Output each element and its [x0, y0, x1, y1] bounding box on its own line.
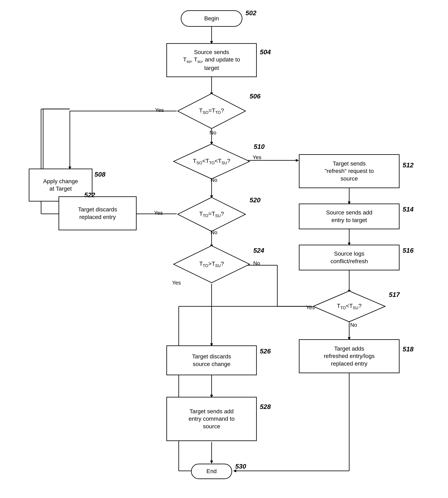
node-526-label: Target discardssource change — [192, 353, 231, 368]
label-524-yes: Yes — [172, 280, 181, 286]
flowchart-container: Begin 502 Source sendsTso, Tsu, and upda… — [0, 0, 448, 498]
id-508: 508 — [95, 171, 105, 178]
label-520-yes: Yes — [154, 210, 163, 216]
id-522: 522 — [84, 191, 95, 199]
svg-marker-10 — [296, 159, 299, 162]
end-node: End — [191, 464, 232, 479]
svg-marker-40 — [210, 461, 213, 464]
node-520: TTO=TSU? — [177, 196, 246, 232]
id-520: 520 — [250, 196, 260, 204]
node-514: Source sends addentry to target — [299, 204, 400, 229]
id-514: 514 — [403, 206, 414, 213]
id-530: 530 — [235, 463, 246, 470]
end-label: End — [207, 468, 217, 475]
label-517-no: No — [350, 322, 357, 328]
node-504-label: Source sendsTso, Tsu, and update totarge… — [183, 49, 240, 72]
node-508-label: Apply changeat Target — [43, 178, 78, 193]
node-516: Source logsconflict/refresh — [299, 245, 400, 270]
id-518: 518 — [403, 345, 414, 353]
id-516: 516 — [403, 247, 414, 254]
id-524: 524 — [253, 247, 264, 254]
node-526: Target discardssource change — [166, 345, 257, 375]
id-526: 526 — [260, 347, 271, 355]
node-522-label: Target discardsreplaced entry — [78, 206, 117, 221]
node-517-label: TTO<TSU? — [337, 302, 362, 310]
begin-label: Begin — [204, 15, 219, 22]
id-510: 510 — [254, 143, 265, 151]
id-506: 506 — [250, 92, 260, 100]
id-512: 512 — [403, 161, 414, 169]
node-510-label: TSO<TTO<TSU? — [193, 157, 230, 166]
begin-node: Begin — [181, 10, 242, 27]
label-506-no: No — [209, 130, 216, 136]
node-528-label: Target sends addentry command tosource — [189, 408, 235, 430]
node-518-label: Target addsrefreshed entry/logsreplaced … — [324, 345, 374, 367]
id-528: 528 — [260, 403, 271, 411]
node-512: Target sends"refresh" request tosource — [299, 154, 400, 188]
node-528: Target sends addentry command tosource — [166, 397, 257, 441]
node-517: TTO<TSU? — [312, 290, 386, 323]
node-520-label: TTO=TSU? — [199, 210, 224, 218]
node-522: Target discardsreplaced entry — [59, 196, 137, 230]
id-502: 502 — [245, 9, 256, 17]
node-506-label: TSO=TTO? — [199, 107, 224, 115]
id-517: 517 — [389, 291, 400, 299]
id-504: 504 — [260, 48, 271, 56]
node-506: TSO=TTO? — [177, 92, 246, 130]
label-510-no: No — [210, 177, 217, 183]
label-506-yes: Yes — [155, 107, 164, 113]
label-524-no: No — [253, 260, 260, 266]
node-514-label: Source sends addentry to target — [326, 209, 372, 224]
label-517-yes: Yes — [306, 304, 315, 311]
label-510-yes: Yes — [253, 154, 261, 161]
node-524-label: TTO>TSU? — [199, 260, 224, 268]
node-516-label: Source logsconflict/refresh — [331, 250, 368, 265]
label-520-no: No — [210, 229, 217, 236]
node-512-label: Target sends"refresh" request tosource — [324, 160, 374, 182]
node-510: TSO<TTO<TSU? — [173, 143, 251, 180]
node-518: Target addsrefreshed entry/logsreplaced … — [299, 339, 400, 373]
node-524: TTO>TSU? — [173, 245, 251, 284]
node-504: Source sendsTso, Tsu, and update totarge… — [166, 43, 257, 77]
